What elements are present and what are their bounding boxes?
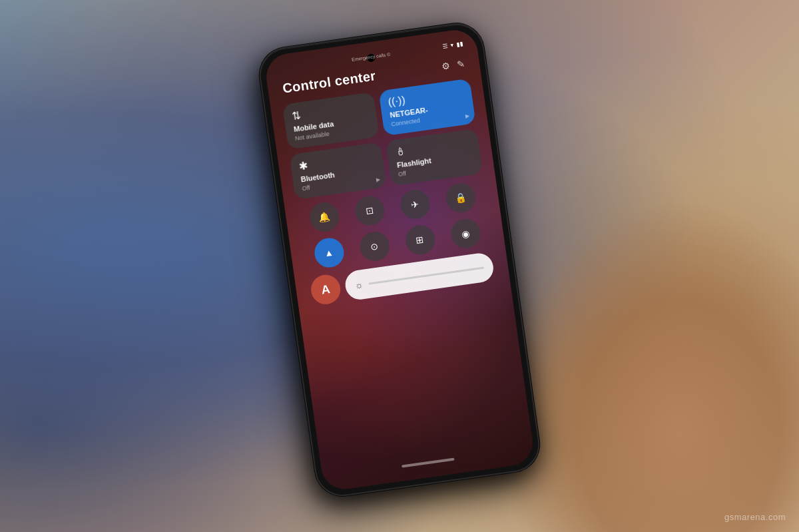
emergency-text: Emergency calls © xyxy=(352,51,391,61)
mobile-data-tile[interactable]: ⇅ Mobile data Not available xyxy=(282,92,380,150)
screenshot-button[interactable]: ⊞ xyxy=(403,224,437,257)
location-button[interactable]: ▲ xyxy=(312,236,346,270)
bluetooth-arrow-icon: ▶ xyxy=(376,176,380,183)
edit-icon[interactable]: ✎ xyxy=(456,58,465,70)
screen-record-button[interactable]: ⊡ xyxy=(353,194,386,228)
rotation-lock-button[interactable]: ⊙ xyxy=(358,230,392,264)
hand-area xyxy=(499,199,799,532)
eye-mode-button[interactable]: ◉ xyxy=(449,217,482,250)
brightness-icon: ☼ xyxy=(354,279,364,291)
bluetooth-tile[interactable]: ✱ Bluetooth Off ▶ xyxy=(289,142,386,200)
settings-icon[interactable]: ⚙ xyxy=(441,60,451,72)
wifi-arrow-icon: ▶ xyxy=(465,113,469,120)
wifi-icon: ▾ xyxy=(450,42,454,49)
lock-button[interactable]: 🔒 xyxy=(444,182,477,215)
brightness-track xyxy=(368,266,484,284)
flashlight-tile[interactable]: 🕯 Flashlight Off xyxy=(386,129,483,186)
accessibility-letter: A xyxy=(320,282,331,298)
cc-header-icons: ⚙ ✎ xyxy=(441,58,465,72)
notification-button[interactable]: 🔔 xyxy=(308,201,341,234)
watermark: gsmarena.com xyxy=(724,512,786,522)
airplane-mode-button[interactable]: ✈ xyxy=(398,188,431,221)
quick-tiles-grid: ⇅ Mobile data Not available ((·)) NETGEA… xyxy=(282,79,483,200)
accessibility-button[interactable]: A xyxy=(309,273,342,306)
battery-icon: ▮▮ xyxy=(456,41,463,48)
wifi-tile[interactable]: ((·)) NETGEAR- Connected ▶ xyxy=(378,79,475,136)
signal-icon: ☰ xyxy=(442,43,448,50)
status-icons: ☰ ▾ ▮▮ xyxy=(442,41,463,50)
